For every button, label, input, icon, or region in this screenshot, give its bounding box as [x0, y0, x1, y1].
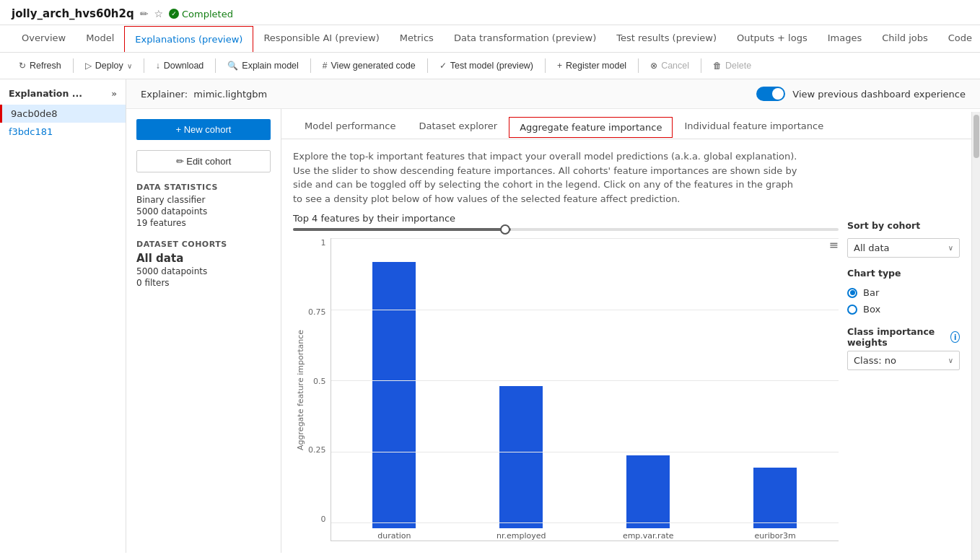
tab-metrics[interactable]: Metrics	[390, 25, 444, 52]
radio-bar[interactable]: Bar	[847, 286, 960, 299]
test-icon: ✓	[439, 61, 447, 71]
y-axis-label: Aggregate feature importance	[293, 330, 308, 450]
tab-model[interactable]: Model	[76, 25, 124, 52]
sort-by-cohort-value: All data	[854, 242, 890, 253]
toggle-label: View previous dashboard experience	[792, 89, 966, 100]
grid-line-4	[331, 452, 839, 452]
refresh-button[interactable]: ↻ Refresh	[12, 57, 69, 74]
tab-individual-feature-importance[interactable]: Individual feature importance	[673, 115, 835, 139]
left-panel: + New cohort ✏ Edit cohort DATA STATISTI…	[126, 109, 281, 553]
scrollbar[interactable]	[971, 112, 980, 553]
slider-thumb[interactable]	[500, 224, 510, 235]
toolbar-sep-5	[427, 58, 428, 73]
status-dot	[169, 9, 179, 19]
code-icon: #	[323, 61, 328, 71]
explainer-text: Explainer: mimic.lightgbm	[141, 89, 267, 100]
explainer-bar: Explainer: mimic.lightgbm View previous …	[126, 79, 980, 109]
bar-label-duration: duration	[377, 531, 411, 541]
radio-box[interactable]: Box	[847, 302, 960, 316]
y-axis-labels: 1 0.75 0.5 0.25 0	[308, 238, 331, 541]
chart-section: Top 4 features by their importance ≡ Agg	[281, 213, 980, 553]
sidebar-item-f3bdc181[interactable]: f3bdc181	[0, 123, 126, 141]
y-label-0: 0	[308, 515, 326, 524]
toolbar-sep-8	[701, 58, 701, 73]
test-model-button[interactable]: ✓ Test model (preview)	[432, 57, 541, 74]
class-importance-select[interactable]: Class: no ∨	[847, 351, 960, 370]
bars-container: duration nr.employed emp.var.rate	[331, 238, 839, 541]
deploy-button[interactable]: ▷ Deploy ∨	[78, 57, 139, 74]
deploy-icon: ▷	[85, 61, 92, 71]
sort-by-cohort-group: Sort by cohort All data ∨	[847, 220, 960, 258]
grid-line-2	[331, 310, 839, 310]
tab-explanations[interactable]: Explanations (preview)	[124, 26, 253, 52]
right-panel: Model performance Dataset explorer Aggre…	[281, 109, 980, 553]
y-label-1: 1	[308, 238, 326, 248]
edit-cohort-button[interactable]: ✏ Edit cohort	[136, 150, 271, 172]
tab-aggregate-feature-importance[interactable]: Aggregate feature importance	[509, 117, 673, 138]
bar-label-nr-employed: nr.employed	[496, 531, 546, 541]
refresh-icon: ↻	[19, 61, 26, 71]
tab-overview[interactable]: Overview	[12, 25, 76, 52]
datapoints-count: 5000 datapoints	[136, 206, 271, 216]
explain-icon: 🔍	[227, 61, 238, 71]
delete-icon: 🗑	[713, 61, 722, 71]
toolbar-sep-3	[215, 58, 216, 73]
star-icon[interactable]: ☆	[154, 8, 163, 19]
sort-by-cohort-select[interactable]: All data ∨	[847, 238, 960, 258]
description-text: Explore the top-k important features tha…	[281, 139, 815, 213]
tab-code[interactable]: Code	[938, 25, 980, 52]
radio-bar-circle[interactable]	[847, 288, 857, 298]
tab-test-results[interactable]: Test results (preview)	[606, 25, 727, 52]
dashboard-toggle[interactable]	[756, 87, 785, 101]
download-icon: ↓	[156, 61, 160, 71]
toolbar-sep-6	[545, 58, 546, 73]
features-count: 19 features	[136, 218, 271, 228]
toggle-area: View previous dashboard experience	[756, 87, 966, 101]
slider-container	[293, 228, 839, 231]
chart-type-label: Chart type	[847, 268, 960, 279]
tab-images[interactable]: Images	[818, 25, 872, 52]
cohort-name: All data	[136, 252, 271, 265]
sidebar: Explanation ... » 9acb0de8 f3bdc181	[0, 79, 126, 553]
class-importance-chevron-icon: ∨	[948, 356, 953, 364]
cohort-filters: 0 filters	[136, 278, 271, 288]
chart-type-group: Chart type Bar Box	[847, 268, 960, 316]
tab-dataset-explorer[interactable]: Dataset explorer	[407, 115, 509, 139]
register-model-button[interactable]: + Register model	[550, 57, 634, 74]
radio-bar-label: Bar	[863, 287, 879, 298]
title-bar: jolly_arch_hvs60h2q ✏ ☆ Completed	[0, 0, 980, 25]
tab-model-performance[interactable]: Model performance	[293, 115, 407, 139]
feature-slider[interactable]	[293, 228, 839, 231]
explain-model-button[interactable]: 🔍 Explain model	[220, 57, 306, 74]
dataset-cohorts-section: DATASET COHORTS All data 5000 datapoints…	[136, 240, 271, 289]
cancel-button[interactable]: ⊗ Cancel	[643, 57, 696, 74]
status-badge: Completed	[169, 9, 233, 19]
tab-responsible-ai[interactable]: Responsible AI (preview)	[253, 25, 389, 52]
tab-data-transformation[interactable]: Data transformation (preview)	[444, 25, 606, 52]
download-button[interactable]: ↓ Download	[149, 57, 211, 74]
radio-box-circle[interactable]	[847, 305, 857, 315]
view-code-button[interactable]: # View generated code	[315, 57, 423, 74]
y-label-05: 0.5	[308, 377, 326, 386]
sidebar-title: Explanation ...	[9, 88, 82, 99]
nav-tabs: Overview Model Explanations (preview) Re…	[0, 25, 980, 53]
toolbar-sep-7	[638, 58, 639, 73]
edit-icon[interactable]: ✏	[140, 8, 149, 19]
tab-child-jobs[interactable]: Child jobs	[872, 25, 938, 52]
delete-button[interactable]: 🗑 Delete	[706, 57, 758, 74]
tab-outputs-logs[interactable]: Outputs + logs	[727, 25, 818, 52]
sort-cohort-chevron-icon: ∨	[948, 244, 953, 252]
new-cohort-button[interactable]: + New cohort	[136, 119, 271, 140]
cohort-datapoints: 5000 datapoints	[136, 266, 271, 276]
sort-by-cohort-label: Sort by cohort	[847, 220, 960, 231]
grid-line-5	[331, 522, 839, 523]
class-importance-info-icon[interactable]: i	[950, 331, 960, 343]
collapse-sidebar-icon[interactable]: »	[111, 89, 117, 99]
dataset-cohorts-title: DATASET COHORTS	[136, 240, 271, 249]
scrollbar-thumb	[974, 115, 979, 158]
toolbar-sep-4	[310, 58, 311, 73]
sidebar-item-9acb0de8[interactable]: 9acb0de8	[0, 105, 126, 123]
toolbar: ↻ Refresh ▷ Deploy ∨ ↓ Download 🔍 Explai…	[0, 53, 980, 79]
chart-main: Top 4 features by their importance ≡ Agg	[293, 213, 839, 541]
class-importance-label: Class importance weights	[847, 326, 946, 348]
